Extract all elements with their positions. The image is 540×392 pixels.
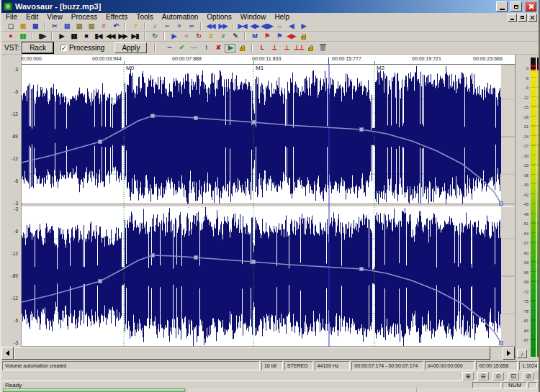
smooth-button[interactable]: ≈ (173, 22, 185, 31)
zoom-out-button[interactable]: ⊖ (477, 372, 489, 380)
menu-file[interactable]: File (1, 13, 22, 22)
rewind-button[interactable]: ◀◀ (104, 32, 117, 41)
snap-button[interactable]: # (217, 32, 229, 41)
preview-envelope-button[interactable]: ▶ (225, 44, 235, 53)
automation-handle[interactable] (252, 121, 256, 124)
pause-button[interactable]: ▮▮ (68, 32, 80, 41)
delete-envelope-button[interactable]: ✘ (212, 43, 224, 53)
horizontal-scrollbar[interactable] (1, 347, 515, 360)
audio-properties-button[interactable]: ♪ (148, 22, 161, 31)
marker-label-m0[interactable]: M0 (126, 65, 134, 71)
connect-button[interactable]: ∞ (185, 22, 197, 31)
menu-options[interactable]: Options (202, 13, 235, 22)
scrollbar-left-button[interactable] (1, 347, 14, 360)
reload-button[interactable]: ↻ (192, 32, 204, 41)
envelope-button[interactable]: ∼ (161, 22, 173, 31)
help-button[interactable]: ? (129, 22, 141, 31)
automation-handle[interactable] (151, 114, 155, 118)
automation-handle[interactable] (360, 268, 364, 271)
speaker-icon[interactable]: ♪ (517, 350, 527, 358)
menu-process[interactable]: Process (67, 13, 102, 22)
statistics-button[interactable]: ≈ (180, 32, 192, 41)
mdi-restore-button[interactable] (518, 14, 527, 22)
zoom-selection-button[interactable]: ◀▮▶ (261, 22, 273, 31)
prev-marker-button[interactable]: ⚑ (261, 32, 273, 41)
vst-apply-button[interactable]: Apply (114, 42, 147, 53)
restore-button[interactable] (510, 1, 522, 12)
automation-handle[interactable] (99, 140, 102, 144)
validate-envelope-button[interactable]: ✔ (175, 43, 187, 53)
marker-pair-button[interactable]: ◀▶ (285, 32, 297, 41)
zoom-vertical-button[interactable]: ⊡ (508, 372, 519, 380)
zoom-in-horizontal-button[interactable]: ▶◀ (236, 22, 248, 31)
waveform-display[interactable]: M0M1M2 (22, 65, 515, 347)
undo-button[interactable]: ↶ (109, 22, 122, 31)
play-from-cursor-button[interactable]: ▮▶ (36, 32, 48, 41)
paste-mix-button[interactable]: ▨ (85, 22, 97, 31)
automation-handle[interactable] (500, 202, 503, 206)
volume-envelope-button[interactable]: ∼ (163, 43, 175, 53)
automation-handle[interactable] (194, 117, 198, 120)
save-file-button[interactable]: ▦ (29, 22, 41, 31)
copy-button[interactable]: ▤ (60, 22, 73, 31)
new-file-button[interactable]: ▢ (4, 22, 17, 31)
play-file-button[interactable]: ▶ (168, 32, 180, 41)
marker-double-button[interactable]: ⊥⊥ (292, 43, 305, 53)
menu-automation[interactable]: Automation (158, 13, 203, 22)
go-to-end-button[interactable]: ▶▮ (129, 32, 141, 41)
menu-help[interactable]: Help (270, 13, 294, 22)
scrollbar-thumb[interactable] (14, 347, 490, 360)
loop-start-button[interactable]: L (256, 43, 268, 53)
scroll-left-button[interactable]: ◀ (285, 22, 297, 31)
vst-rack-button[interactable]: Rack (22, 42, 53, 53)
delete-markers-button[interactable] (317, 43, 329, 53)
menu-view[interactable]: View (42, 13, 67, 22)
zoom-all-button[interactable]: ↔ (273, 22, 285, 31)
loop-button[interactable]: ↻ (148, 32, 161, 41)
envelope-points-button[interactable]: ⋯ (187, 43, 199, 53)
time-ruler[interactable]: 00:00:00:00000:00:03:94400:00:07:88800:0… (1, 55, 515, 65)
zoom-selection-view-button[interactable]: ⊙ (492, 372, 504, 380)
marker-raise-button[interactable]: ⊥ (280, 43, 292, 53)
title-bar[interactable]: Wavosaur - [buzz.mp3] (1, 0, 539, 13)
paste-button[interactable]: ▧ (73, 22, 85, 31)
scrollbar-right-button[interactable] (503, 347, 515, 360)
envelope-info-button[interactable]: ! (199, 43, 212, 53)
automation-handle[interactable] (500, 342, 503, 345)
automation-handle[interactable] (99, 280, 102, 283)
automation-handle[interactable] (151, 254, 155, 257)
zoom-in-button[interactable]: ⊕ (462, 372, 474, 380)
trim-button[interactable]: # (97, 22, 109, 31)
cut-button[interactable]: ✂ (48, 22, 60, 31)
mdi-close-button[interactable] (528, 14, 537, 22)
lock-markers-button[interactable] (297, 32, 310, 41)
zoom-out-horizontal-button[interactable]: ◀▶ (248, 22, 261, 31)
prev-pair-button[interactable]: ◀◀ (204, 22, 217, 31)
add-marker-button[interactable]: M (248, 32, 261, 41)
pencil-edit-button[interactable]: ✎ (229, 32, 241, 41)
zoom-whole-file-button[interactable]: ⊘ (523, 372, 534, 380)
marker-label-m1[interactable]: M1 (256, 65, 264, 71)
marker-label-m2[interactable]: M2 (377, 65, 384, 71)
open-file-button[interactable]: ▣ (17, 22, 29, 31)
mdi-minimize-button[interactable] (508, 14, 517, 22)
go-to-start-button[interactable]: ▮◀ (92, 32, 104, 41)
marker-drop-button[interactable]: ⊥ (268, 43, 280, 53)
menu-window[interactable]: Window (236, 13, 271, 22)
input-monitor-button[interactable]: ▮▮ (17, 32, 29, 41)
next-marker-button[interactable]: ⚑ (273, 32, 285, 41)
forward-button[interactable]: ▶▶ (117, 32, 129, 41)
minimize-button[interactable] (496, 1, 508, 12)
record-button[interactable]: ● (4, 32, 17, 41)
play-button[interactable]: ▶ (55, 32, 68, 41)
close-button[interactable] (525, 1, 536, 12)
scroll-right-button[interactable]: ▶ (297, 22, 310, 31)
spectrum-button[interactable]: Z (204, 32, 217, 41)
menu-edit[interactable]: Edit (22, 13, 42, 22)
menu-effects[interactable]: Effects (102, 13, 132, 22)
lock-automation-button[interactable] (305, 43, 317, 53)
automation-handle[interactable] (252, 260, 256, 264)
menu-tools[interactable]: Tools (132, 13, 157, 22)
automation-handle[interactable] (194, 256, 198, 260)
stop-button[interactable]: ■ (80, 32, 92, 41)
